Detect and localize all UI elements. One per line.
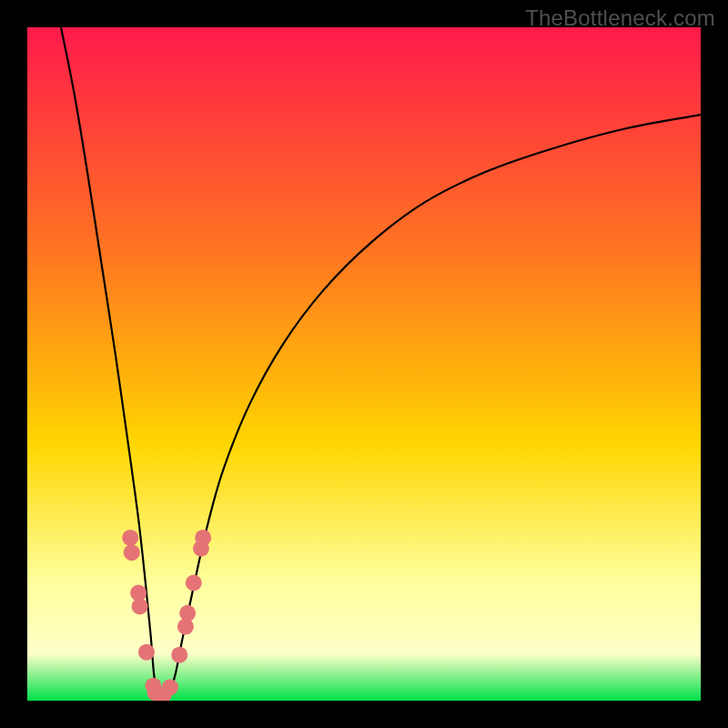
plot-area bbox=[27, 27, 701, 701]
highlight-dot bbox=[124, 544, 140, 561]
highlight-dot bbox=[186, 575, 202, 592]
highlight-dot bbox=[195, 530, 211, 546]
highlight-dot bbox=[138, 644, 155, 661]
watermark-text: TheBottleneck.com bbox=[525, 5, 715, 31]
highlight-dot bbox=[132, 598, 148, 614]
highlight-dot bbox=[179, 605, 196, 622]
highlight-dot bbox=[171, 647, 187, 663]
chart-frame: TheBottleneck.com bbox=[0, 0, 728, 728]
bottleneck-curve bbox=[61, 27, 701, 701]
chart-svg bbox=[27, 27, 701, 701]
highlight-dot bbox=[122, 530, 138, 546]
highlight-dot bbox=[162, 679, 178, 695]
highlight-dots bbox=[122, 530, 211, 701]
